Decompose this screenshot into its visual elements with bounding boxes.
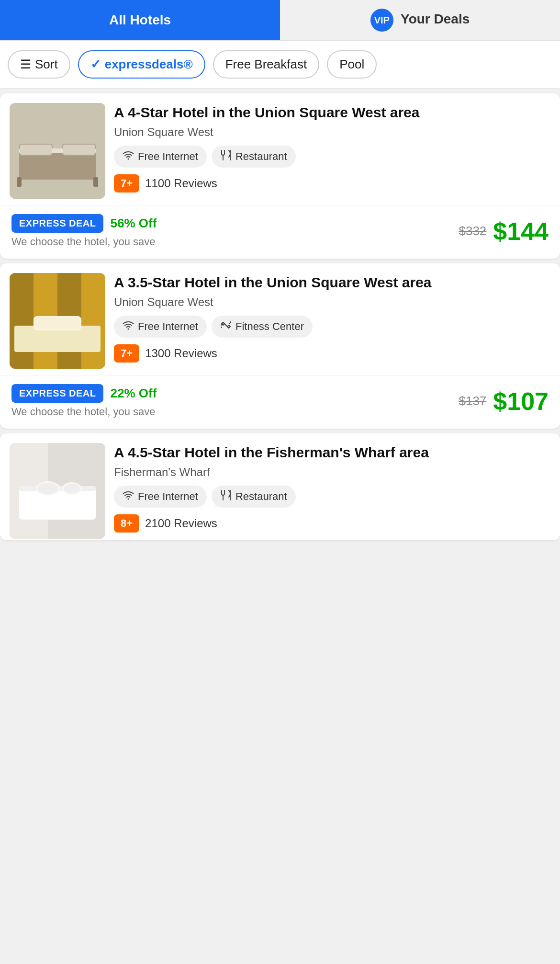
check-icon: ✓	[90, 57, 101, 72]
svg-point-19	[128, 329, 129, 330]
restaurant-icon-1	[220, 149, 232, 164]
express-deals-filter[interactable]: ✓ expressdeals®	[78, 50, 205, 79]
wifi-icon-1	[123, 149, 134, 164]
hotel-card-2[interactable]: A 3.5-Star Hotel in the Union Square Wes…	[0, 263, 560, 429]
svg-point-9	[128, 159, 129, 160]
filter-bar: ☰ Sort ✓ expressdeals® Free Breakfast Po…	[0, 41, 560, 89]
restaurant-icon-3	[220, 489, 232, 504]
price-original-1: $332	[459, 224, 486, 238]
hotel-info-1: A 4-Star Hotel in the Union Square West …	[114, 103, 550, 200]
wifi-icon-2	[123, 319, 134, 334]
deal-subtitle-2: We choose the hotel, you save	[11, 406, 157, 418]
svg-point-28	[128, 499, 129, 500]
wifi-label-3: Free Internet	[138, 490, 198, 503]
hotel-image-1	[10, 103, 105, 199]
deal-section-2: EXPRESS DEAL 22% Off We choose the hotel…	[0, 375, 560, 429]
deal-top-row-2: EXPRESS DEAL 22% Off	[11, 384, 157, 403]
hotel-info-2: A 3.5-Star Hotel in the Union Square Wes…	[114, 273, 550, 370]
reviews-3: 8+ 2100 Reviews	[114, 514, 550, 533]
svg-rect-4	[17, 177, 22, 187]
deal-section-1: EXPRESS DEAL 56% Off We choose the hotel…	[0, 205, 560, 259]
wifi-label-2: Free Internet	[138, 320, 198, 333]
hotel-area-1: Union Square West	[114, 125, 550, 139]
rating-badge-2: 7+	[114, 344, 139, 363]
amenity-wifi-1: Free Internet	[114, 146, 207, 168]
restaurant-label-3: Restaurant	[235, 490, 287, 503]
amenity-wifi-3: Free Internet	[114, 486, 207, 508]
price-current-2: $107	[493, 387, 549, 416]
vip-badge: VIP	[370, 9, 393, 32]
svg-rect-15	[81, 273, 105, 369]
review-count-1: 1100 Reviews	[145, 177, 217, 190]
hotel-card-3[interactable]: A 4.5-Star Hotel in the Fisherman's Whar…	[0, 433, 560, 540]
hotel-title-1: A 4-Star Hotel in the Union Square West …	[114, 103, 550, 122]
sort-icon: ☰	[20, 57, 31, 72]
hotel-title-2: A 3.5-Star Hotel in the Union Square Wes…	[114, 273, 550, 292]
price-section-2: $137 $107	[459, 387, 549, 416]
hotel-top-3: A 4.5-Star Hotel in the Fisherman's Whar…	[0, 433, 560, 540]
hotel-image-2	[10, 273, 105, 369]
fitness-label-2: Fitness Center	[235, 320, 304, 333]
express-badge-1: EXPRESS DEAL	[11, 214, 103, 233]
amenity-restaurant-3: Restaurant	[212, 486, 296, 508]
vip-deals-label: Your Deals	[401, 11, 470, 26]
price-section-1: $332 $144	[459, 217, 549, 246]
express-deals-label: expressdeals®	[105, 57, 193, 72]
price-current-1: $144	[493, 217, 549, 246]
deal-left-2: EXPRESS DEAL 22% Off We choose the hotel…	[11, 384, 157, 418]
free-breakfast-label: Free Breakfast	[225, 57, 307, 72]
price-original-2: $137	[459, 394, 486, 408]
hotel-info-3: A 4.5-Star Hotel in the Fisherman's Whar…	[114, 443, 550, 540]
hotel-area-3: Fisherman's Wharf	[114, 465, 550, 479]
tab-vip-deals[interactable]: VIP Your Deals	[280, 0, 560, 40]
hotel-title-3: A 4.5-Star Hotel in the Fisherman's Whar…	[114, 443, 550, 462]
discount-1: 56% Off	[110, 216, 157, 231]
sort-filter[interactable]: ☰ Sort	[8, 50, 70, 79]
deal-top-row-1: EXPRESS DEAL 56% Off	[11, 214, 157, 233]
hotel-card-1[interactable]: A 4-Star Hotel in the Union Square West …	[0, 93, 560, 259]
review-count-2: 1300 Reviews	[145, 347, 217, 360]
hotel-top-2: A 3.5-Star Hotel in the Union Square Wes…	[0, 263, 560, 370]
svg-point-27	[64, 484, 80, 493]
svg-rect-8	[63, 145, 95, 155]
hotel-image-3	[10, 443, 105, 539]
pool-filter[interactable]: Pool	[327, 50, 377, 79]
review-count-3: 2100 Reviews	[145, 517, 217, 530]
reviews-2: 7+ 1300 Reviews	[114, 344, 550, 363]
amenity-restaurant-1: Restaurant	[212, 146, 296, 168]
pool-label: Pool	[339, 57, 364, 72]
rating-badge-1: 7+	[114, 174, 139, 193]
free-breakfast-filter[interactable]: Free Breakfast	[213, 50, 320, 79]
svg-rect-5	[93, 177, 98, 187]
amenities-2: Free Internet	[114, 316, 550, 338]
sort-label: Sort	[35, 57, 58, 72]
express-badge-2: EXPRESS DEAL	[11, 384, 103, 403]
rating-badge-3: 8+	[114, 514, 139, 533]
hotel-top-1: A 4-Star Hotel in the Union Square West …	[0, 93, 560, 200]
deal-left-1: EXPRESS DEAL 56% Off We choose the hotel…	[11, 214, 157, 248]
all-hotels-label: All Hotels	[109, 12, 171, 27]
hotel-list: A 4-Star Hotel in the Union Square West …	[0, 89, 560, 550]
svg-rect-18	[34, 317, 80, 329]
amenities-3: Free Internet Restaurant	[114, 486, 550, 508]
svg-point-25	[37, 483, 58, 494]
svg-rect-7	[20, 145, 52, 155]
deal-subtitle-1: We choose the hotel, you save	[11, 236, 157, 248]
reviews-1: 7+ 1100 Reviews	[114, 174, 550, 193]
tab-all-hotels[interactable]: All Hotels	[0, 0, 280, 40]
wifi-label-1: Free Internet	[138, 150, 198, 163]
svg-rect-12	[10, 273, 34, 369]
amenities-1: Free Internet Restaurant	[114, 146, 550, 168]
hotel-area-2: Union Square West	[114, 295, 550, 309]
amenity-fitness-2: Fitness Center	[212, 316, 313, 338]
discount-2: 22% Off	[110, 386, 157, 401]
restaurant-label-1: Restaurant	[235, 150, 287, 163]
amenity-wifi-2: Free Internet	[114, 316, 207, 338]
fitness-icon-2	[220, 319, 232, 334]
wifi-icon-3	[123, 489, 134, 504]
tab-bar: All Hotels VIP Your Deals	[0, 0, 560, 41]
